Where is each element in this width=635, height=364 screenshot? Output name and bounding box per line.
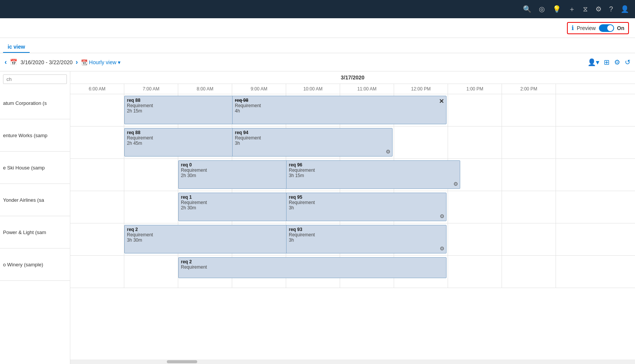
date-range-text: 3/16/2020 - 3/22/2020 <box>21 59 73 65</box>
grid-cell <box>394 127 448 158</box>
hourly-view-button[interactable]: 📆 Hourly view ▾ <box>81 59 120 65</box>
calendar-area: 3/17/2020 6:00 AM7:00 AM8:00 AM9:00 AM10… <box>70 71 635 364</box>
req-type: Requirement <box>127 103 242 108</box>
plus-icon[interactable]: ＋ <box>568 5 575 14</box>
grid-row: req 2Requirement3h 30m⚙req 93Requirement… <box>70 223 635 256</box>
time-slot-header: 6:00 AM <box>70 84 124 94</box>
toolbar: ‹ 📅 3/16/2020 - 3/22/2020 › 📆 Hourly vie… <box>0 53 635 71</box>
booking-block[interactable]: req 88Requirement2h 15m⚙ <box>124 96 244 124</box>
grid-cell <box>448 223 502 255</box>
top-nav: 🔍 ◎ 💡 ＋ ⧖ ⚙ ? 👤 <box>0 0 635 18</box>
grid-cell <box>70 159 124 191</box>
grid-cell <box>70 223 124 255</box>
toolbar-left: ‹ 📅 3/16/2020 - 3/22/2020 › 📆 Hourly vie… <box>5 58 583 66</box>
preview-toggle[interactable] <box>599 24 614 32</box>
resource-icon-button[interactable]: 👤▾ <box>587 58 599 66</box>
req-type: Requirement <box>181 264 444 270</box>
date-range: 📅 3/16/2020 - 3/22/2020 <box>10 59 73 66</box>
calendar-icon: 📅 <box>10 59 17 66</box>
settings-gear-button[interactable]: ⚙ <box>614 58 620 66</box>
time-slot-header: 7:00 AM <box>124 84 178 94</box>
booking-block[interactable]: req 94Requirement3h⚙ <box>232 128 393 157</box>
time-slot-header: 9:00 AM <box>232 84 286 94</box>
search-input[interactable] <box>3 74 67 84</box>
refresh-button[interactable]: ↺ <box>625 58 630 66</box>
req-type: Requirement <box>127 232 309 237</box>
grid-row: req 0Requirement2h 30m⚙req 96Requirement… <box>70 159 635 191</box>
list-item: e Ski House (samp <box>0 152 70 184</box>
search-box <box>0 71 70 87</box>
req-type: Requirement <box>235 135 390 141</box>
grid-cell <box>70 256 124 288</box>
preview-box: ℹ Preview On <box>567 22 629 34</box>
check-circle-icon[interactable]: ◎ <box>539 5 545 13</box>
lightbulb-icon[interactable]: 💡 <box>553 5 561 13</box>
time-header-row: 6:00 AM7:00 AM8:00 AM9:00 AM10:00 AM11:0… <box>70 84 635 94</box>
req-duration: 3h <box>235 141 390 146</box>
grid-row: req 2Requirement <box>70 256 635 288</box>
booking-block[interactable]: req 93Requirement3h⚙ <box>286 225 447 253</box>
tab-board[interactable]: ic view <box>3 41 30 53</box>
toolbar-right: 👤▾ ⊞ ⚙ ↺ <box>587 58 630 66</box>
req-duration: 3h <box>289 205 444 210</box>
preview-label: Preview <box>577 25 596 31</box>
req-name: req 98 <box>235 98 444 103</box>
help-icon[interactable]: ? <box>609 5 613 13</box>
scrollbar-area[interactable] <box>70 359 635 364</box>
main-layout: atum Corporation (s enture Works (samp e… <box>0 71 635 364</box>
grid-cell <box>124 159 178 191</box>
booking-block[interactable]: req 95Requirement3h⚙ <box>286 193 447 221</box>
time-slot-header: 10:00 AM <box>286 84 340 94</box>
time-slot-header: 12:00 PM <box>394 84 448 94</box>
req-type: Requirement <box>289 168 458 173</box>
settings-icon[interactable]: ⚙ <box>595 5 602 13</box>
search-icon[interactable]: 🔍 <box>523 5 531 13</box>
time-slot-header: 2:00 PM <box>502 84 556 94</box>
booking-block[interactable]: req 98Requirement4h✕ <box>232 96 447 124</box>
hourly-icon: 📆 <box>81 59 87 65</box>
grid-cell <box>124 191 178 223</box>
grid-row: req 88Requirement2h 45m⚙req 94Requiremen… <box>70 127 635 159</box>
req-name: req 96 <box>289 162 458 168</box>
grid-cell <box>70 127 124 158</box>
booking-block[interactable]: req 96Requirement3h 15m⚙ <box>286 160 460 189</box>
chevron-down-icon: ▾ <box>118 59 120 65</box>
user-icon[interactable]: 👤 <box>621 5 629 13</box>
req-name: req 2 <box>181 259 444 264</box>
drag-icon: ⚙ <box>453 181 458 187</box>
req-duration: 3h 15m <box>289 173 458 178</box>
booking-block[interactable]: req 2Requirement <box>178 257 447 278</box>
preview-bar: ℹ Preview On <box>0 18 635 38</box>
date-header: 3/17/2020 <box>70 71 635 84</box>
req-name: req 93 <box>289 227 444 232</box>
req-name: req 88 <box>127 98 242 103</box>
req-duration: 4h <box>235 108 444 114</box>
resource-list: atum Corporation (s enture Works (samp e… <box>0 87 70 364</box>
grid-cell <box>448 256 502 288</box>
grid-container: req 88Requirement2h 15m⚙req 98Requiremen… <box>70 94 635 359</box>
req-name: req 2 <box>127 227 309 232</box>
prev-button[interactable]: ‹ <box>5 58 7 66</box>
time-slot-header: 11:00 AM <box>340 84 394 94</box>
req-name: req 95 <box>289 195 444 200</box>
grid-cell <box>70 191 124 223</box>
list-item: atum Corporation (s <box>0 87 70 119</box>
grid-row: req 88Requirement2h 15m⚙req 98Requiremen… <box>70 94 635 127</box>
grid-cell <box>448 191 502 223</box>
filter-icon[interactable]: ⧖ <box>583 5 588 13</box>
list-item: enture Works (samp <box>0 119 70 152</box>
time-slot-header: 1:00 PM <box>448 84 502 94</box>
drag-icon: ⚙ <box>440 213 445 219</box>
drag-icon: ⚙ <box>440 245 445 252</box>
hourly-label: Hourly view <box>89 59 116 65</box>
next-button[interactable]: › <box>76 58 78 66</box>
grid-view-button[interactable]: ⊞ <box>604 58 610 66</box>
list-item: Power & Light (sam <box>0 216 70 248</box>
tab-area: ic view <box>0 38 635 53</box>
left-panel: atum Corporation (s enture Works (samp e… <box>0 71 70 364</box>
close-icon[interactable]: ✕ <box>439 98 444 105</box>
booking-block[interactable]: req 2Requirement3h 30m⚙ <box>124 225 312 253</box>
req-duration: 3h <box>289 237 444 243</box>
req-type: Requirement <box>235 103 444 108</box>
scrollbar-thumb[interactable] <box>167 360 197 363</box>
